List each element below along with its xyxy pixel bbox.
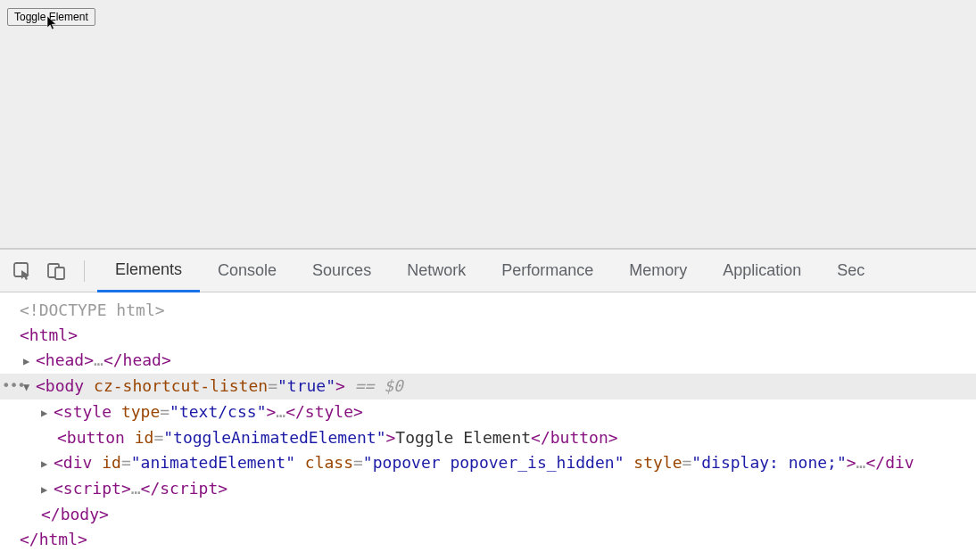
- dom-node-doctype[interactable]: <!DOCTYPE html>: [0, 298, 976, 323]
- expand-arrow-icon[interactable]: ▶: [41, 400, 54, 425]
- tab-security[interactable]: Sec: [819, 250, 882, 292]
- tab-elements[interactable]: Elements: [97, 250, 200, 292]
- dom-node-button[interactable]: <button id="toggleAnimatedElement">Toggl…: [0, 425, 976, 450]
- dom-node-html-open[interactable]: <html>: [0, 323, 976, 348]
- elements-panel[interactable]: <!DOCTYPE html> <html> ▶<head>…</head> •…: [0, 292, 976, 560]
- overflow-dots-icon[interactable]: •••: [2, 374, 25, 399]
- tab-sources[interactable]: Sources: [294, 250, 389, 292]
- expand-arrow-icon[interactable]: ▶: [23, 349, 36, 374]
- dom-node-script[interactable]: ▶<script>…</script>: [0, 476, 976, 502]
- dom-node-head[interactable]: ▶<head>…</head>: [0, 348, 976, 374]
- inspect-element-icon[interactable]: [11, 259, 34, 283]
- tab-console[interactable]: Console: [200, 250, 294, 292]
- tab-network[interactable]: Network: [389, 250, 484, 292]
- dom-node-body[interactable]: ••• ▼<body cz-shortcut-listen="true"> ==…: [0, 374, 976, 399]
- expand-arrow-icon[interactable]: ▶: [41, 451, 54, 476]
- doctype-text: <!DOCTYPE html>: [20, 301, 165, 319]
- tab-memory[interactable]: Memory: [611, 250, 705, 292]
- expand-arrow-icon[interactable]: ▶: [41, 477, 54, 502]
- toolbar-divider: [84, 260, 85, 282]
- page-viewport: Toggle Element: [0, 0, 976, 249]
- device-toolbar-icon[interactable]: [45, 259, 68, 283]
- devtools-toolbar: Elements Console Sources Network Perform…: [0, 250, 976, 292]
- tab-application[interactable]: Application: [705, 250, 819, 292]
- collapse-arrow-icon[interactable]: ▼: [23, 375, 36, 399]
- toggle-element-button[interactable]: Toggle Element: [7, 8, 95, 26]
- svg-rect-2: [55, 268, 64, 279]
- devtools-tabs: Elements Console Sources Network Perform…: [97, 250, 882, 292]
- dom-node-style[interactable]: ▶<style type="text/css">…</style>: [0, 399, 976, 425]
- devtools: Elements Console Sources Network Perform…: [0, 249, 976, 560]
- dom-node-html-close[interactable]: </html>: [0, 527, 976, 552]
- dom-node-body-close[interactable]: </body>: [0, 502, 976, 527]
- tab-performance[interactable]: Performance: [484, 250, 611, 292]
- dom-node-animated-div[interactable]: ▶<div id="animatedElement" class="popove…: [0, 450, 976, 476]
